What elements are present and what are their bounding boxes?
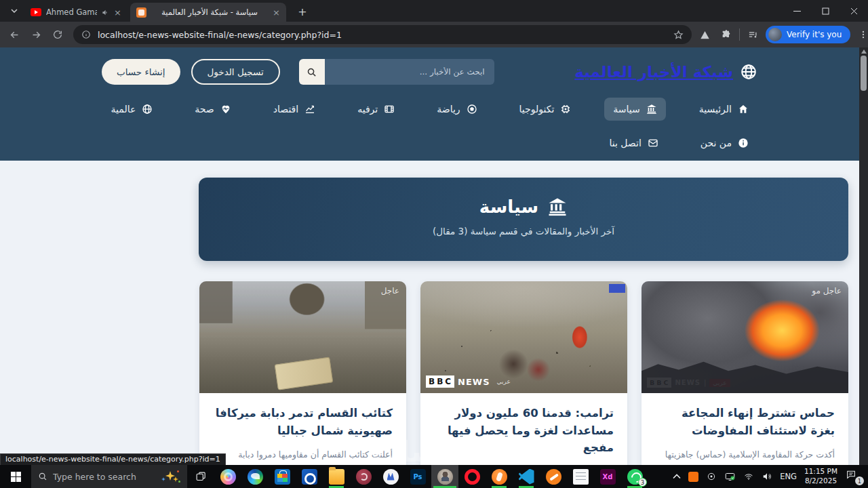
tray-time: 11:15 PM (804, 467, 837, 476)
article-excerpt: أعلنت كتائب القسام أن مقاوميها دمروا دبا… (213, 447, 393, 465)
windows-taskbar: Ps Xd 3 ENG 11:15 PM 8/2/2025 (0, 465, 868, 488)
search-button[interactable] (299, 59, 325, 85)
article-image: عاجل مو BBC NEWS | عربي (642, 281, 848, 393)
taskbar-icon-file-explorer[interactable] (323, 465, 350, 488)
page-scrollbar[interactable] (859, 47, 868, 465)
tray-clock[interactable]: 11:15 PM 8/2/2025 (804, 467, 837, 485)
article-card[interactable]: عاجل مو BBC NEWS | عربي حماس تشترط إنهاء… (642, 281, 848, 465)
taskbar-icon-edge[interactable] (241, 465, 269, 488)
tray-volume-icon[interactable] (762, 472, 772, 481)
browser-menu-icon[interactable] (854, 26, 868, 43)
taskbar-icon-xampp[interactable] (486, 465, 513, 488)
signup-button[interactable]: إنشاء حساب (102, 59, 180, 85)
article-card[interactable]: عاجل كتائب القسام تدمر دبابة ميركافا صهي… (199, 281, 406, 465)
start-button[interactable] (0, 465, 31, 488)
article-title[interactable]: حماس تشترط إنهاء المجاعة بغزة لاستئناف ا… (655, 405, 835, 439)
bbc-separator: | (704, 379, 706, 386)
close-button[interactable] (840, 0, 868, 22)
new-tab-button[interactable]: + (296, 5, 309, 18)
nav-item-health[interactable]: صحة (186, 98, 239, 121)
tab-close-icon[interactable]: × (273, 7, 280, 18)
nav-label: عالمية (111, 104, 136, 115)
adblock-extension-icon[interactable] (696, 26, 713, 43)
nav-label: ترفيه (357, 104, 378, 115)
bbc-blocks: BBC (426, 375, 454, 388)
taskbar-icon-app[interactable] (377, 465, 404, 488)
forward-icon[interactable] (27, 26, 45, 43)
taskbar-icon-store[interactable] (269, 465, 296, 488)
tab-title: Ahmed Gamal - Edhaky | O (46, 7, 97, 17)
nav-item-technology[interactable]: تكنولوجيا (511, 98, 580, 121)
tab-close-icon[interactable]: × (114, 7, 121, 18)
taskbar-icon-vscode[interactable] (513, 465, 540, 488)
tray-date: 8/2/2025 (804, 476, 837, 486)
verify-label: Verify it's you (787, 30, 842, 39)
maximize-button[interactable] (811, 0, 840, 22)
taskbar-icon-lightshot[interactable] (540, 465, 567, 488)
reload-icon[interactable] (49, 26, 66, 43)
browser-tab-active[interactable]: سياسة - شبكة الأخبار العالمية × (130, 3, 286, 22)
window-controls (783, 0, 868, 22)
verify-profile-button[interactable]: Verify it's you (766, 26, 850, 43)
taskbar-icon-chrome-profile[interactable] (431, 465, 458, 488)
login-button[interactable]: تسجيل الدخول (191, 59, 280, 85)
article-body: ترامب: قدمنا 60 مليون دولار مساعدات لغزة… (420, 393, 627, 465)
tray-chevron-icon[interactable] (673, 474, 681, 479)
article-card[interactable]: BBC NEWS عربي ترامب: قدمنا 60 مليون دولا… (420, 281, 627, 465)
tray-onedrive-icon[interactable] (706, 472, 717, 481)
taskbar-icon-copilot[interactable] (214, 465, 241, 488)
site-header: شبكة الأخبار العالمية تسجيل الدخول إنشاء… (0, 47, 859, 161)
nav-item-economy[interactable]: اقتصاد (264, 98, 324, 121)
article-image: عاجل (199, 281, 406, 393)
profile-avatar (768, 28, 782, 41)
site-favicon-icon (136, 7, 146, 18)
nav-item-politics[interactable]: سياسة (604, 98, 665, 121)
header-top-row: شبكة الأخبار العالمية تسجيل الدخول إنشاء… (102, 58, 757, 85)
article-title[interactable]: ترامب: قدمنا 60 مليون دولار مساعدات لغزة… (434, 405, 614, 457)
notification-center-button[interactable]: 1 (845, 469, 863, 484)
taskbar-search-input[interactable] (53, 472, 141, 482)
tab-audio-icon[interactable] (102, 9, 109, 16)
bbc-news-text: NEWS (458, 377, 490, 387)
task-view-button[interactable] (187, 465, 214, 488)
image-corner-badge (609, 284, 625, 293)
article-title[interactable]: كتائب القسام تدمر دبابة ميركافا صهيونية … (213, 405, 393, 439)
film-icon (384, 104, 395, 115)
bookmark-star-icon[interactable] (673, 30, 684, 40)
search-input[interactable] (325, 59, 494, 85)
reading-list-icon[interactable] (744, 26, 762, 43)
nav-item-entertainment[interactable]: ترفيه (349, 98, 403, 121)
article-body: كتائب القسام تدمر دبابة ميركافا صهيونية … (199, 393, 406, 465)
browser-tab-youtube[interactable]: Ahmed Gamal - Edhaky | O × (24, 3, 127, 22)
taskbar-icon-antivirus[interactable] (350, 465, 377, 488)
browser-titlebar: Ahmed Gamal - Edhaky | O × سياسة - شبكة … (0, 0, 868, 22)
nav-label: رياضة (437, 104, 460, 115)
nav-item-sports[interactable]: رياضة (428, 98, 486, 121)
nav-item-world[interactable]: عالمية (102, 98, 162, 121)
tray-language[interactable]: ENG (780, 472, 797, 481)
taskbar-icon-whatsapp[interactable]: 3 (621, 465, 648, 488)
back-icon[interactable] (5, 26, 23, 43)
page-info-icon[interactable] (81, 30, 91, 39)
scrollbar-up-arrow-icon[interactable] (861, 49, 867, 54)
address-bar[interactable]: localhost/e-news-website-final/e-news/ca… (73, 25, 692, 44)
extensions-puzzle-icon[interactable] (717, 26, 735, 43)
site-logo-link[interactable]: شبكة الأخبار العالمية (574, 63, 757, 81)
taskbar-icon-notepad[interactable] (567, 465, 594, 488)
scrollbar-thumb[interactable] (861, 56, 867, 91)
tray-wifi-icon[interactable] (743, 472, 754, 481)
tab-search-caret-icon[interactable] (7, 5, 22, 17)
minimize-button[interactable] (783, 0, 811, 22)
taskbar-icon-photoshop[interactable]: Ps (404, 465, 431, 488)
url-text: localhost/e-news-website-final/e-news/ca… (98, 30, 342, 40)
tray-xampp-icon[interactable] (688, 472, 698, 482)
nav-item-contact[interactable]: اتصل بنا (600, 131, 667, 155)
tray-display-icon[interactable] (724, 472, 736, 482)
taskbar-icon-outlook[interactable] (296, 465, 323, 488)
taskbar-icon-opera[interactable] (458, 465, 486, 488)
taskbar-icon-adobe-xd[interactable]: Xd (594, 465, 621, 488)
nav-item-home[interactable]: الرئيسية (690, 98, 757, 121)
nav-item-about[interactable]: من نحن (692, 131, 757, 155)
taskbar-search[interactable] (31, 465, 187, 488)
chip-icon (560, 104, 571, 115)
